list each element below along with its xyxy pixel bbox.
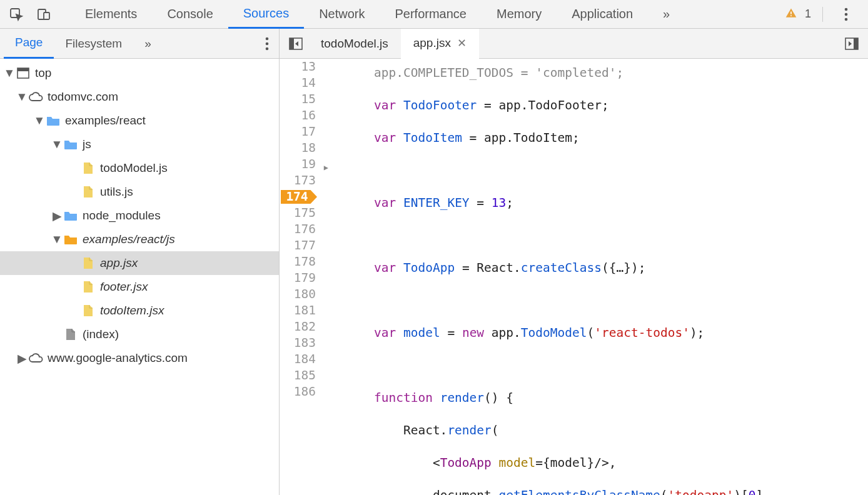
svg-rect-14 [290, 38, 294, 49]
tree-folder-js[interactable]: ▼ js [0, 132, 279, 156]
editor-tab-label: todoModel.js [321, 37, 388, 51]
line-number[interactable]: 17 [280, 124, 316, 140]
code-area[interactable]: 13 14 15 16 17 18 19▶ 173 174 175 176 17… [280, 59, 868, 495]
tree-folder-nodemodules[interactable]: ▶ node_modules [0, 204, 279, 228]
gutter[interactable]: 13 14 15 16 17 18 19▶ 173 174 175 176 17… [280, 59, 321, 495]
subtab-page[interactable]: Page [4, 29, 54, 59]
tree-domain[interactable]: ▼ todomvc.com [0, 85, 279, 109]
tree-domain-ga[interactable]: ▶ www.google-analytics.com [0, 346, 279, 370]
devtools-toolbar: Elements Console Sources Network Perform… [0, 0, 868, 29]
svg-point-5 [845, 8, 848, 11]
tree-file-footerjsx[interactable]: footer.jsx [0, 275, 279, 299]
line-number[interactable]: 177 [280, 238, 316, 254]
line-number[interactable]: 173 [280, 172, 316, 189]
tree-label: examples/react/js [83, 232, 175, 246]
line-number[interactable]: 181 [280, 302, 316, 319]
line-number[interactable]: 14 [280, 75, 316, 91]
line-number[interactable]: 175 [280, 205, 316, 221]
code-line [345, 292, 868, 309]
file-icon [80, 186, 96, 198]
tree-file-todoitemjsx[interactable]: todoItem.jsx [0, 299, 279, 322]
cloud-icon [28, 92, 44, 102]
cloud-icon [28, 353, 44, 363]
tree-file-todomodel[interactable]: todoModel.js [0, 156, 279, 180]
line-number[interactable]: 179 [280, 270, 316, 286]
tree-file-index[interactable]: (index) [0, 322, 279, 346]
close-icon[interactable]: ✕ [457, 36, 467, 50]
tab-application[interactable]: Application [557, 0, 648, 29]
tab-console[interactable]: Console [152, 0, 228, 29]
svg-point-6 [845, 12, 848, 16]
source-code[interactable]: app.COMPLETED_TODOS = 'completed'; var T… [321, 59, 868, 495]
line-number-breakpoint[interactable]: 174 [280, 189, 316, 205]
line-number[interactable]: 19▶ [280, 156, 316, 172]
line-number[interactable]: 186 [280, 384, 316, 400]
line-number[interactable]: 183 [280, 335, 316, 351]
file-icon [63, 328, 79, 341]
subtabs-overflow-icon[interactable]: » [133, 29, 163, 59]
toolbar-right: 1 [785, 7, 865, 22]
chevron-down-icon: ▼ [34, 114, 45, 128]
line-number[interactable]: 15 [280, 91, 316, 108]
line-number[interactable]: 185 [280, 368, 316, 384]
svg-rect-2 [44, 12, 49, 19]
navigator-menu-icon[interactable] [255, 37, 279, 51]
line-number[interactable]: 13 [280, 59, 316, 75]
file-icon [80, 257, 96, 269]
file-icon [80, 162, 96, 174]
chevron-down-icon: ▼ [51, 232, 63, 246]
line-number[interactable]: 18 [280, 140, 316, 156]
line-number[interactable]: 182 [280, 319, 316, 335]
svg-point-8 [266, 37, 269, 40]
editor-pane: todoModel.js app.jsx ✕ 13 14 15 16 17 18… [280, 29, 868, 495]
line-number[interactable]: 180 [280, 286, 316, 302]
tree-label: todomvc.com [48, 90, 118, 104]
warning-icon[interactable] [785, 7, 797, 21]
breakpoint-icon[interactable]: 174 [281, 190, 317, 204]
code-line: var TodoApp = React.createClass({…}); [345, 260, 868, 276]
fold-icon[interactable]: ▶ [324, 159, 328, 176]
tab-performance[interactable]: Performance [380, 0, 482, 29]
tab-elements[interactable]: Elements [70, 0, 152, 29]
chevron-down-icon: ▼ [4, 66, 15, 80]
tree-label: top [35, 66, 51, 80]
inspect-icon[interactable] [3, 0, 30, 29]
code-line [345, 228, 868, 244]
chevron-down-icon: ▼ [51, 138, 63, 151]
editor-tab-appjsx[interactable]: app.jsx ✕ [401, 29, 479, 59]
tree-folder-examplesjs[interactable]: ▼ examples/react/js [0, 228, 279, 251]
line-number[interactable]: 184 [280, 351, 316, 368]
device-toggle-icon[interactable] [30, 0, 58, 29]
code-line: React.render( [345, 422, 868, 439]
code-line: <TodoApp model={model}/>, [345, 455, 868, 471]
tree-label: www.google-analytics.com [48, 351, 188, 365]
tab-sources[interactable]: Sources [228, 0, 304, 29]
tree-label: node_modules [83, 209, 161, 222]
subtab-filesystem[interactable]: Filesystem [54, 29, 133, 59]
svg-point-9 [266, 42, 269, 45]
chevron-right-icon: ▶ [16, 351, 28, 366]
line-number[interactable]: 176 [280, 221, 316, 238]
tree-file-appjsx[interactable]: app.jsx [0, 251, 279, 275]
warning-count: 1 [805, 8, 811, 21]
tab-network[interactable]: Network [304, 0, 380, 29]
tree-file-utils[interactable]: utils.js [0, 180, 279, 204]
line-number[interactable]: 16 [280, 108, 316, 124]
tree-label: examples/react [65, 114, 146, 128]
editor-tab-todomodel[interactable]: todoModel.js [308, 29, 401, 59]
tree-label: todoModel.js [100, 161, 168, 175]
folder-icon [63, 234, 79, 245]
show-navigator-icon[interactable] [283, 29, 308, 59]
show-debugger-icon[interactable] [839, 29, 864, 59]
svg-rect-4 [790, 15, 792, 16]
tabs-overflow-icon[interactable]: » [648, 0, 685, 29]
tree-top[interactable]: ▼ top [0, 61, 279, 85]
svg-rect-3 [790, 12, 792, 14]
kebab-menu-icon[interactable] [834, 8, 858, 21]
tab-memory[interactable]: Memory [482, 0, 557, 29]
tree-label: utils.js [100, 185, 133, 199]
chevron-down-icon: ▼ [16, 90, 28, 104]
tree-folder-examples[interactable]: ▼ examples/react [0, 109, 279, 132]
file-tree: ▼ top ▼ todomvc.com ▼ examples/react [0, 59, 279, 495]
line-number[interactable]: 178 [280, 254, 316, 270]
